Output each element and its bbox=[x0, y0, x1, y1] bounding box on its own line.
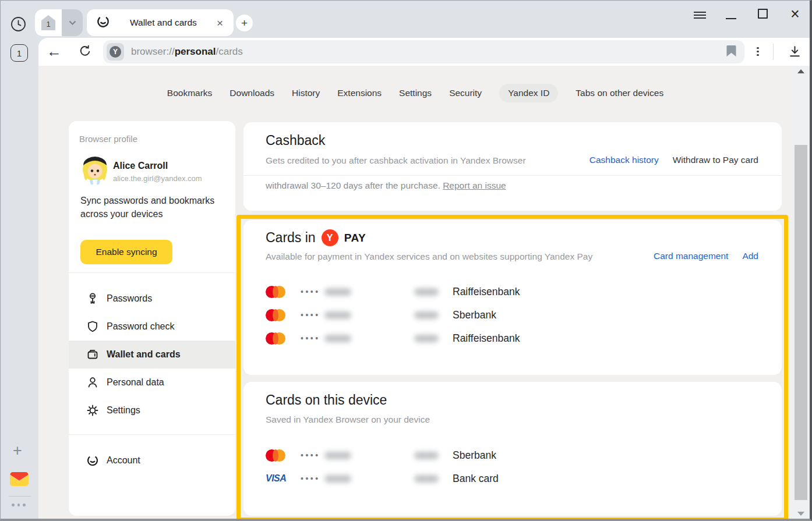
history-clock-icon[interactable] bbox=[10, 16, 26, 34]
gear-icon bbox=[86, 404, 99, 417]
sidebar-item-settings[interactable]: Settings bbox=[69, 396, 235, 424]
browser-profile-label: Browser profile bbox=[79, 134, 137, 144]
card-management-link[interactable]: Card management bbox=[654, 251, 728, 261]
browser-tab[interactable]: Wallet and cards × bbox=[87, 9, 234, 36]
sidebar-tab-counter[interactable]: 1 bbox=[10, 44, 28, 62]
nav-extensions[interactable]: Extensions bbox=[337, 88, 382, 98]
new-tab-button[interactable]: + bbox=[236, 15, 253, 31]
sidebar-add-icon[interactable]: + bbox=[13, 442, 22, 460]
masked-expiry-date bbox=[414, 452, 439, 459]
masked-expiry-date bbox=[414, 288, 439, 296]
bank-name: Raiffeisenbank bbox=[453, 332, 520, 345]
site-icon: Y bbox=[107, 43, 124, 61]
sidebar-divider bbox=[69, 272, 235, 273]
sidebar-item-personal-data[interactable]: Personal data bbox=[69, 368, 235, 396]
browser-logo-icon bbox=[86, 454, 99, 467]
device-cards-title: Cards on this device bbox=[266, 392, 387, 408]
sidebar-item-password-check[interactable]: Password check bbox=[69, 313, 235, 341]
wallet-icon bbox=[86, 348, 99, 361]
avatar bbox=[80, 155, 110, 187]
nav-yandex-id-active[interactable]: Yandex ID bbox=[499, 84, 558, 102]
window-minimize-button[interactable] bbox=[725, 18, 737, 19]
nav-tabs-other-devices[interactable]: Tabs on other devices bbox=[576, 88, 663, 98]
masked-dots: •••• bbox=[301, 334, 324, 343]
profile-email: alice.the.girl@yandex.com bbox=[113, 174, 202, 183]
profile-name: Alice Carroll bbox=[113, 161, 168, 171]
bank-name: Bank card bbox=[453, 473, 499, 485]
card-row[interactable]: •••• Raiffeisenbank bbox=[243, 327, 782, 350]
cashback-links: Cashback history Withdraw to Pay card bbox=[589, 155, 758, 165]
nav-settings[interactable]: Settings bbox=[399, 88, 432, 98]
browser-toolbar: ← Y browser://personal/cards bbox=[38, 38, 810, 66]
card-row[interactable]: VISA •••• Bank card bbox=[243, 467, 782, 490]
device-cards-rows: •••• Sberbank VISA •••• Bank card bbox=[243, 444, 782, 490]
sidebar-item-passwords[interactable]: Passwords bbox=[69, 285, 235, 313]
settings-nav: Bookmarks Downloads History Extensions S… bbox=[38, 83, 792, 103]
scroll-up-icon[interactable] bbox=[797, 69, 804, 73]
sidebar-item-wallet-and-cards[interactable]: Wallet and cards bbox=[69, 341, 235, 368]
mastercard-icon bbox=[266, 332, 301, 345]
report-an-issue-link[interactable]: Report an issue bbox=[443, 180, 506, 190]
strip-divider bbox=[9, 496, 31, 497]
card-row[interactable]: •••• Sberbank bbox=[243, 444, 782, 467]
tab-group-count-badge: 1 bbox=[41, 15, 55, 30]
yandex-pay-logo-icon: Y bbox=[322, 229, 338, 246]
sidebar-item-account[interactable]: Account bbox=[69, 446, 235, 474]
masked-dots: •••• bbox=[301, 474, 324, 483]
masked-card-number bbox=[324, 335, 351, 342]
tab-group-count: 1 bbox=[46, 20, 50, 29]
mastercard-icon bbox=[266, 309, 301, 321]
masked-expiry-date bbox=[414, 311, 439, 319]
page-scrollbar[interactable] bbox=[792, 66, 810, 519]
pay-cards-title: Cards in Y PAY bbox=[266, 229, 366, 246]
masked-expiry-date bbox=[414, 335, 439, 342]
bank-name: Raiffeisenbank bbox=[453, 286, 520, 298]
yandex-site-glyph: Y bbox=[110, 46, 121, 58]
window-close-button[interactable]: × bbox=[788, 5, 802, 23]
bank-name: Sberbank bbox=[453, 449, 496, 462]
tab-group-expander[interactable] bbox=[62, 9, 83, 36]
pay-cards-subtitle: Available for payment in Yandex services… bbox=[266, 251, 592, 262]
back-button[interactable]: ← bbox=[47, 43, 62, 59]
scrollbar-thumb[interactable] bbox=[795, 145, 807, 500]
tab-group-button[interactable]: 1 bbox=[35, 9, 62, 36]
profile-sidebar-card: Browser profile Alice Carroll alice.the.… bbox=[69, 121, 235, 516]
key-icon bbox=[86, 292, 99, 305]
pay-cards-card: Cards in Y PAY Available for payment in … bbox=[243, 220, 782, 375]
reload-icon[interactable] bbox=[78, 44, 92, 61]
tab-close-icon[interactable]: × bbox=[217, 17, 223, 29]
nav-bookmarks[interactable]: Bookmarks bbox=[167, 88, 213, 98]
masked-card-number bbox=[324, 311, 351, 319]
add-card-link[interactable]: Add bbox=[742, 251, 758, 261]
card-row[interactable]: •••• Sberbank bbox=[243, 303, 782, 327]
url-bar[interactable]: Y browser://personal/cards bbox=[103, 40, 744, 63]
masked-dots: •••• bbox=[301, 451, 324, 460]
cashback-divider bbox=[243, 175, 782, 176]
masked-dots: •••• bbox=[301, 310, 324, 320]
visa-icon: VISA bbox=[266, 473, 301, 484]
sidebar-menu: Passwords Password check Wallet and card… bbox=[69, 285, 235, 424]
browser-menu-icon[interactable] bbox=[694, 10, 708, 24]
yandex-browser-logo-icon bbox=[96, 15, 110, 31]
masked-card-number bbox=[324, 452, 351, 459]
cashback-card: Cashback Gets credited to you after cash… bbox=[243, 122, 782, 211]
pay-cards-links: Card management Add bbox=[654, 251, 758, 261]
yandex-mail-icon[interactable] bbox=[9, 470, 29, 490]
mastercard-icon bbox=[266, 286, 301, 298]
cashback-history-link[interactable]: Cashback history bbox=[589, 155, 659, 165]
scroll-down-icon[interactable] bbox=[797, 512, 804, 516]
downloads-icon[interactable] bbox=[788, 44, 802, 61]
nav-security[interactable]: Security bbox=[449, 88, 482, 98]
mastercard-icon bbox=[266, 449, 301, 462]
nav-downloads[interactable]: Downloads bbox=[230, 88, 274, 98]
withdraw-to-pay-card-link[interactable]: Withdraw to Pay card bbox=[673, 155, 758, 165]
toolbar-more-icon[interactable] bbox=[757, 45, 759, 58]
nav-history[interactable]: History bbox=[292, 88, 320, 98]
bookmark-icon[interactable] bbox=[726, 45, 736, 59]
enable-syncing-button[interactable]: Enable syncing bbox=[80, 240, 172, 264]
device-cards-card: Cards on this device Saved in Yandex Bro… bbox=[243, 382, 782, 516]
card-row[interactable]: •••• Raiffeisenbank bbox=[243, 280, 782, 303]
strip-more-icon[interactable] bbox=[12, 504, 26, 506]
plus-icon: + bbox=[241, 17, 248, 30]
window-maximize-button[interactable] bbox=[758, 9, 768, 19]
